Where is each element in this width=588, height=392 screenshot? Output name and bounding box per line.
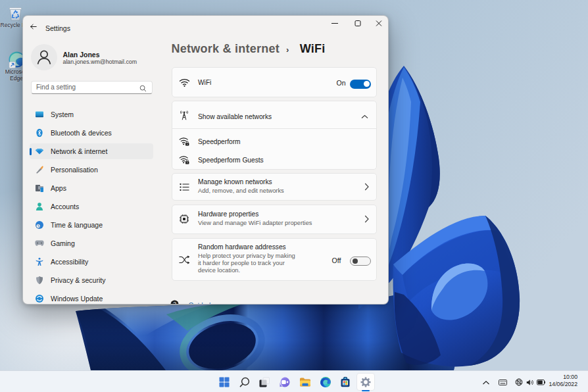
svg-text:?: ? — [173, 301, 176, 305]
